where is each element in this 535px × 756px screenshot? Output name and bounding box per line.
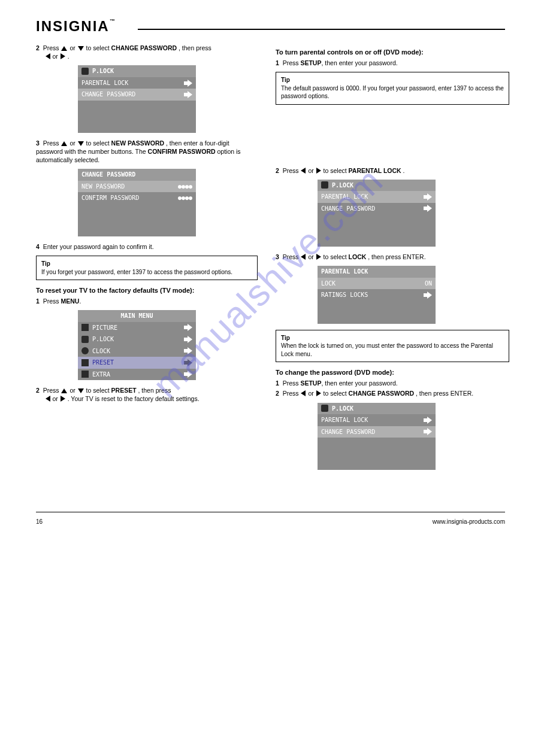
page-number: 16 <box>36 518 43 525</box>
clock-icon <box>81 347 89 354</box>
lock-icon <box>81 336 89 343</box>
osd-row-clock: CLOCK <box>78 345 196 357</box>
arrow-right-icon <box>184 371 192 377</box>
right-arrow-icon <box>316 254 321 260</box>
osd-plock-changepw: P.LOCK PARENTAL LOCK CHANGE PASSWORD <box>78 65 196 133</box>
osd-row-newpw: NEW PASSWORD ●●●● <box>78 181 196 193</box>
preset-icon <box>81 359 89 366</box>
arrow-right-icon <box>424 205 432 211</box>
osd-row-parental: PARENTAL LOCK <box>318 191 436 203</box>
footer-rule <box>36 512 505 512</box>
osd-title: P.LOCK <box>332 181 353 190</box>
lock-icon <box>321 405 328 412</box>
osd-plock-parental: P.LOCK PARENTAL LOCK CHANGE PASSWORD <box>318 180 436 247</box>
arrow-right-icon <box>184 360 192 366</box>
osd-row-confirmpw: CONFIRM PASSWORD ●●●● <box>78 192 196 204</box>
osd-parental-lock: PARENTAL LOCK LOCK ON RATINGS LOCKS <box>318 266 436 324</box>
reset-step-2: 2 Press or to select PRESET , then press… <box>36 386 258 403</box>
arrow-right-icon <box>424 417 432 423</box>
right-column: To turn parental controls on or off (DVD… <box>276 42 509 476</box>
dvd-step-1: 1 Press SETUP, then enter your password. <box>276 59 509 67</box>
osd-main-menu: MAIN MENU PICTURE P.LOCK CLOCK PRESET EX… <box>78 310 196 380</box>
picture-icon <box>81 324 89 331</box>
brand-logo: INSIGNIA™ <box>36 18 115 35</box>
arrow-right-icon <box>424 194 432 200</box>
step-3: 3 Press or to select NEW PASSWORD , then… <box>36 139 258 165</box>
osd-title-row: P.LOCK <box>78 65 196 77</box>
osd-title: P.LOCK <box>332 405 353 413</box>
step-2: 2 Press or to select CHANGE PASSWORD , t… <box>36 44 258 60</box>
heading-parental-dvd: To turn parental controls on or off (DVD… <box>276 48 509 57</box>
tip-box-2: Tip The default password is 0000. If you… <box>276 72 509 105</box>
left-arrow-icon <box>301 390 306 396</box>
dvd-pw-step-1: 1 Press SETUP, then enter your password. <box>276 379 509 387</box>
down-arrow-icon <box>78 388 84 393</box>
reset-step-1: 1 Press MENU. <box>36 297 258 305</box>
osd-row-parental: PARENTAL LOCK <box>78 77 196 89</box>
dvd-pw-step-2: 2 Press or to select CHANGE PASSWORD , t… <box>276 389 509 397</box>
arrow-right-icon <box>184 336 192 342</box>
osd-row-picture: PICTURE <box>78 322 196 334</box>
left-column: 2 Press or to select CHANGE PASSWORD , t… <box>36 42 258 476</box>
right-arrow-icon <box>316 168 321 174</box>
right-arrow-icon <box>61 53 65 59</box>
osd-title-row: P.LOCK <box>318 180 436 192</box>
lock-icon <box>81 68 89 75</box>
arrow-right-icon <box>184 92 192 98</box>
osd-title: P.LOCK <box>92 67 114 75</box>
osd-row-changepw: CHANGE PASSWORD <box>78 89 196 101</box>
osd-row-changepw: CHANGE PASSWORD <box>318 426 436 438</box>
osd-row-plock: P.LOCK <box>78 333 196 345</box>
osd-row-preset: PRESET <box>78 357 196 369</box>
osd-title: PARENTAL LOCK <box>321 268 368 276</box>
up-arrow-icon <box>61 46 67 51</box>
arrow-right-icon <box>424 429 432 435</box>
osd-row-lock: LOCK ON <box>318 278 436 290</box>
osd-title-row: CHANGE PASSWORD <box>78 169 196 181</box>
step-4: 4 Enter your password again to confirm i… <box>36 242 258 251</box>
osd-title-row: PARENTAL LOCK <box>318 266 436 278</box>
extra-icon <box>81 371 89 378</box>
tip-box-3: Tip When the lock is turned on, you must… <box>276 330 509 363</box>
arrow-right-icon <box>184 80 192 86</box>
page-footer: 16 www.insignia-products.com <box>36 518 505 525</box>
left-arrow-icon <box>301 168 306 174</box>
right-arrow-icon <box>61 396 65 402</box>
left-arrow-icon <box>46 396 50 402</box>
header-rule <box>138 29 505 30</box>
left-arrow-icon <box>301 254 306 260</box>
heading-reset: To reset your TV to the factory defaults… <box>36 286 258 295</box>
arrow-right-icon <box>184 324 192 330</box>
arrow-right-icon <box>424 292 432 298</box>
right-arrow-icon <box>316 390 321 396</box>
osd-row-ratings: RATINGS LOCKS <box>318 289 436 301</box>
up-arrow-icon <box>61 388 67 393</box>
osd-title-row: P.LOCK <box>318 403 436 415</box>
osd-title: MAIN MENU <box>120 312 153 320</box>
tip-box-1: Tip If you forget your password, enter 1… <box>36 256 258 280</box>
up-arrow-icon <box>61 141 67 146</box>
osd-title-row: MAIN MENU <box>78 310 196 322</box>
osd-row-parental: PARENTAL LOCK <box>318 414 436 426</box>
osd-row-extra: EXTRA <box>78 369 196 381</box>
lock-icon <box>321 181 328 189</box>
dvd-step-3: 3 Press or to select LOCK , then press E… <box>276 253 509 261</box>
osd-title: CHANGE PASSWORD <box>81 171 135 179</box>
osd-change-password: CHANGE PASSWORD NEW PASSWORD ●●●● CONFIR… <box>78 169 196 236</box>
heading-changepw-dvd: To change the password (DVD mode): <box>276 368 509 377</box>
osd-row-changepw: CHANGE PASSWORD <box>318 203 436 215</box>
down-arrow-icon <box>78 46 84 51</box>
footer-url: www.insignia-products.com <box>433 518 505 525</box>
arrow-right-icon <box>184 348 192 354</box>
dvd-step-2: 2 Press or to select PARENTAL LOCK . <box>276 166 509 175</box>
down-arrow-icon <box>78 141 84 146</box>
osd-plock-changepw-2: P.LOCK PARENTAL LOCK CHANGE PASSWORD <box>318 403 436 470</box>
left-arrow-icon <box>46 53 50 59</box>
